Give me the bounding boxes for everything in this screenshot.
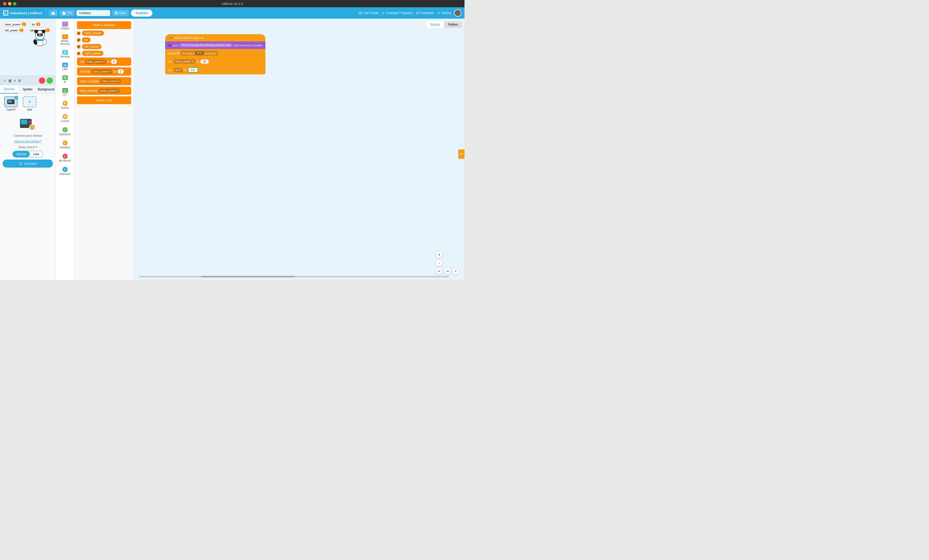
category-events[interactable]: Events [57,99,74,112]
zoom-in-button[interactable]: + [435,251,443,258]
category-lan[interactable]: LAN [57,61,74,73]
zoom-out-button[interactable]: − [435,259,443,266]
kp-value-field[interactable]: 0.5 [188,67,198,72]
how-to-use-device-link[interactable]: How to use device? [14,139,41,143]
example-programs-button[interactable]: Example Programs [382,11,412,15]
device-item-cyberpi[interactable]: ✕ CyberPi [3,96,19,111]
tile-view-button[interactable]: ⊞ [17,78,21,83]
category-extension[interactable]: + extension [57,165,74,177]
category-display-label: Display [61,27,69,30]
category-motion-sensing[interactable]: Motion Sensing [57,32,74,47]
redo-button[interactable]: ↪ [444,268,451,275]
change-variable-block[interactable]: change base_power ▾ by 1 [77,67,131,76]
traffic-lights[interactable] [3,2,16,5]
center-button[interactable]: = [452,268,459,275]
save-button[interactable]: Save [112,10,129,16]
svg-rect-36 [169,44,171,46]
cloud-save-icon-button[interactable] [49,10,58,16]
makeblock-icon: m [3,10,8,15]
svg-point-7 [34,29,38,33]
publish-button[interactable]: Publish [131,9,152,17]
device-close-button[interactable]: ✕ [14,96,18,99]
grid-view-button[interactable]: ▦ [8,78,12,83]
make-list-button[interactable]: Make a List [77,96,131,104]
live-mode-button[interactable]: Live [30,151,43,157]
zoom-controls: + − ↩ ↪ = [435,251,459,275]
variable-badge-base-power: base_power 0 [3,22,28,27]
close-button[interactable] [3,2,6,5]
variable-chip-base-power: base_power [82,31,104,36]
tab-sprites[interactable]: Sprites [18,85,37,93]
show-var-dropdown[interactable]: base_power ▾ [100,79,121,83]
category-ai[interactable]: AI [57,73,74,86]
variable-checkbox-right-power[interactable] [77,52,80,55]
tab-devices[interactable]: Devices [0,85,18,93]
stop-button[interactable] [39,78,45,84]
operators-dot: + [63,127,67,132]
myblocks-dot: + [63,154,67,159]
project-name-input[interactable] [77,10,110,16]
category-iot[interactable]: IoT [57,86,74,98]
button-value-dropdown[interactable]: B ▾ [195,51,204,55]
kp-dropdown[interactable]: kp ▾ [173,68,183,72]
category-ai-label: AI [64,81,66,83]
print-block[interactable]: print Press B to start line following an… [165,41,265,49]
add-device-button[interactable]: + [23,96,36,107]
stage-action-buttons [39,78,53,84]
minimize-button[interactable] [8,2,11,5]
category-sensing[interactable]: Sensing [57,48,74,60]
hide-var-dropdown[interactable]: base_power ▾ [99,89,120,93]
svg-point-12 [41,34,42,35]
cyberpi-icon-small [182,52,185,55]
connect-main-button[interactable]: Connect [3,159,53,168]
set-var-dropdown[interactable]: base_power ▾ [85,60,106,64]
list-view-button[interactable]: ≡ [13,78,16,83]
wait-until-block[interactable]: wait until button B ▾ pressed? [165,49,265,58]
device-item-add[interactable]: + Add [21,96,38,111]
hide-variable-block[interactable]: hide variable base_power ▾ [77,87,131,95]
expand-stage-button[interactable]: ⤢ [3,78,7,83]
svg-point-8 [42,29,45,33]
variable-checkbox-base-power[interactable] [77,32,80,35]
variable-chip-left-power: left_power [82,44,101,49]
make-variable-button[interactable]: Make a Variable [77,21,131,29]
show-variable-block[interactable]: show variable base_power ▾ [77,77,131,85]
upload-mode-button[interactable]: Upload [13,151,30,157]
category-lan-label: LAN [63,68,67,71]
code-view-toggle-button[interactable] [458,150,464,159]
device-tabs: Devices Sprites Background [0,85,55,94]
maximize-button[interactable] [13,2,16,5]
category-control[interactable]: Control [57,112,74,125]
set-kp-block[interactable]: set kp ▾ to 0.5 [165,66,265,74]
category-display[interactable]: Display [57,20,74,32]
svg-point-19 [12,101,14,102]
code-area: Blocks Python when CyberPi starts up pri… [134,18,464,280]
variable-checkbox-left-power[interactable] [77,45,80,49]
file-button[interactable]: File [60,10,74,16]
svg-text:m: m [5,12,6,14]
scrollbar-thumb[interactable] [201,276,294,277]
category-variables[interactable]: x Variables [57,138,74,151]
setting-button[interactable]: Setting [437,11,451,15]
feedback-button[interactable]: Feedback [416,11,434,15]
category-operators-label: Operators [59,133,71,136]
add-device-label: Add [27,108,32,111]
variable-checkbox-kp[interactable] [77,38,80,42]
avatar[interactable] [454,9,461,17]
base-power-value: 30 [200,60,208,64]
hat-block-cyberpi-starts[interactable]: when CyberPi starts up [165,34,265,41]
category-myblocks[interactable]: + My Blocks [57,151,74,164]
change-var-dropdown[interactable]: base_power ▾ [91,69,112,74]
undo-button[interactable]: ↩ [435,268,443,275]
run-button[interactable] [47,78,53,84]
horizontal-scrollbar[interactable] [139,276,449,277]
set-base-power-block[interactable]: set base_power ▾ to 30 [165,58,265,66]
base-power-dropdown[interactable]: base_power ▾ [173,59,195,64]
svg-text:?: ? [360,12,361,14]
tab-background[interactable]: Background [37,85,55,93]
category-operators[interactable]: + Operators [57,125,74,138]
toolbar: m makeblock | mBlock File Save Publish ?… [0,7,464,18]
user-guide-button[interactable]: ? User Guide [359,11,379,15]
set-variable-block[interactable]: set base_power ▾ to 0 [77,58,131,66]
mode-switch-label: Mode Switch ℹ [19,145,37,149]
